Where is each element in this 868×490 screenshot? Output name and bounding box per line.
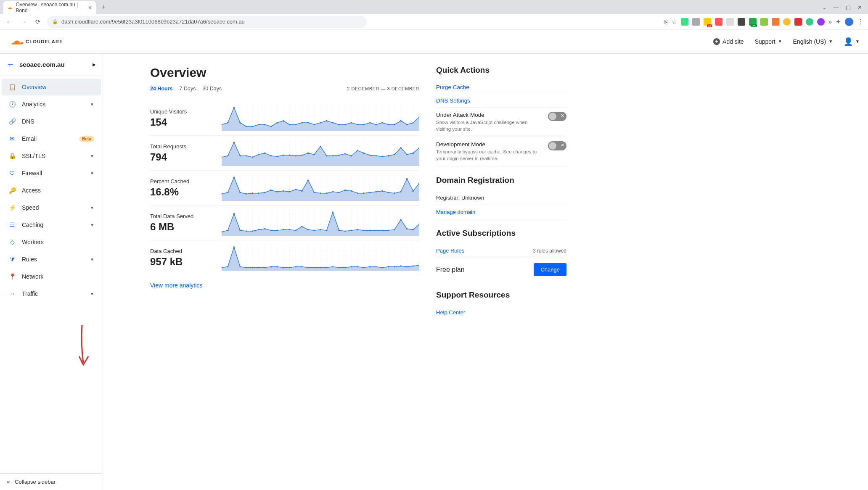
metric-percent-cached: Percent Cached 16.8% [150,171,419,205]
site-name: seoace.com.au [19,61,65,68]
ext-overflow-icon[interactable]: » [828,18,832,25]
nav-list: 📋 Overview 🕑 Analytics ▼🔗 DNS ✉ Email Be… [0,76,103,473]
svg-point-241 [283,229,284,231]
sidebar-item-caching[interactable]: ☰ Caching ▼ [2,216,101,233]
sidebar-item-workers[interactable]: ◇ Workers [2,234,101,250]
view-more-analytics-link[interactable]: View more analytics [150,282,202,289]
sidebar-item-dns[interactable]: 🔗 DNS [2,113,101,130]
sidebar-item-analytics[interactable]: 🕑 Analytics ▼ [2,96,101,113]
svg-point-324 [388,266,389,268]
cloudflare-logo[interactable]: CLOUDFLARE [8,37,63,46]
sidebar-item-overview[interactable]: 📋 Overview [2,79,101,95]
ext-icon-11[interactable] [794,18,802,26]
svg-point-247 [320,229,321,231]
ext-icon-5[interactable] [726,18,734,26]
svg-point-35 [233,107,235,108]
ext-icon-7[interactable]: 200 [749,18,757,26]
nav-label: Network [22,273,94,280]
metric-label: Percent Cached [150,178,222,184]
install-icon[interactable]: ⎘ [664,18,668,25]
hex-icon: ◇ [8,238,16,246]
ext-icon-6[interactable] [738,18,745,26]
sidebar-item-rules[interactable]: ⧩ Rules ▼ [2,251,101,268]
change-plan-button[interactable]: Change [534,263,566,276]
svg-point-308 [289,267,291,269]
metric-total-requests: Total Requests 794 [150,136,419,171]
svg-point-310 [301,266,303,268]
toggle-switch[interactable]: ✕ [548,141,566,150]
browser-tab[interactable]: Overview | seoace.com.au | Bond × [3,1,96,14]
registrar-line: Registrar: Unknown [436,191,566,205]
site-selector[interactable]: ← seoace.com.au ▶ [0,54,103,76]
language-dropdown[interactable]: English (US) ▼ [793,38,833,45]
forward-button[interactable]: → [19,17,29,27]
ext-icon-10[interactable] [783,18,791,26]
ext-icon-1[interactable] [681,18,688,26]
manage-domain-link[interactable]: Manage domain [436,209,475,215]
sidebar-item-traffic[interactable]: ↔ Traffic ▼ [2,285,101,302]
svg-point-130 [412,153,414,154]
collapse-sidebar-button[interactable]: « Collapse sidebar [0,473,103,490]
mode-development-mode: Development Mode Temporarily bypass our … [436,137,566,166]
mode-desc: Temporarily bypass our cache. See change… [436,149,543,162]
chrome-close-icon[interactable]: ✕ [857,4,862,11]
logo-text: CLOUDFLARE [26,39,63,44]
user-menu[interactable]: 👤 ▼ [844,37,860,46]
chevron-down-icon: ▼ [90,292,94,296]
date-range-label: 2 DECEMBER — 3 DECEMBER [347,86,419,91]
chrome-dropdown-icon[interactable]: ⌄ [822,4,827,11]
add-site-button[interactable]: + Add site [713,38,744,45]
toggle-switch[interactable]: ✕ [548,112,566,121]
range-tab-7days[interactable]: 7 Days [180,86,196,92]
shield-icon: 🛡 [8,169,16,177]
reload-button[interactable]: ⟳ [33,17,43,27]
quick-action-dns-settings[interactable]: DNS Settings [436,94,566,108]
svg-point-175 [283,190,284,192]
ext-icon-3[interactable]: 92 [704,18,711,26]
svg-point-44 [289,124,291,126]
support-dropdown[interactable]: Support ▼ [755,38,782,45]
svg-point-239 [270,229,272,231]
svg-point-245 [307,229,309,231]
range-tab-30days[interactable]: 30 Days [202,86,222,92]
profile-avatar-icon[interactable] [845,18,853,26]
tab-title: Overview | seoace.com.au | Bond [16,2,84,13]
sidebar-item-access[interactable]: 🔑 Access [2,182,101,199]
toggle-knob [549,113,556,120]
svg-point-253 [357,229,358,231]
svg-point-111 [295,155,296,157]
ext-icon-9[interactable] [772,18,779,26]
help-center-link[interactable]: Help Center [436,309,465,316]
ext-icon-12[interactable] [806,18,813,26]
sidebar-item-ssltls[interactable]: 🔒 SSL/TLS ▼ [2,148,101,164]
svg-point-107 [270,155,272,157]
svg-point-311 [307,267,309,269]
sidebar-item-email[interactable]: ✉ Email Beta [2,130,101,147]
nav-label: Rules [22,256,84,263]
svg-point-244 [301,226,303,227]
sidebar-item-speed[interactable]: ⚡ Speed ▼ [2,199,101,216]
svg-point-321 [369,266,371,268]
svg-point-189 [369,192,371,193]
back-button[interactable]: ← [4,17,14,27]
svg-point-102 [239,155,241,157]
sidebar-item-network[interactable]: 📍 Network [2,268,101,285]
chrome-menu-icon[interactable]: ⋮ [857,18,864,26]
address-bar[interactable]: 🔒 dash.cloudflare.com/9e56f23a3f0110068b… [47,16,367,28]
ext-icon-2[interactable] [692,18,700,26]
tab-close-icon[interactable]: × [88,4,92,11]
range-tab-24hours[interactable]: 24 Hours [150,86,173,92]
ext-icon-4[interactable] [715,18,722,26]
svg-point-172 [264,192,266,193]
chrome-maximize-icon[interactable]: ▢ [846,4,851,11]
svg-point-236 [252,230,254,232]
quick-action-purge-cache[interactable]: Purge Cache [436,81,566,94]
ext-icon-13[interactable] [817,18,825,26]
chrome-minimize-icon[interactable]: — [834,4,839,11]
new-tab-button[interactable]: + [98,2,109,13]
ext-icon-8[interactable] [760,18,768,26]
page-rules-link[interactable]: Page Rules [436,248,464,254]
sidebar-item-firewall[interactable]: 🛡 Firewall ▼ [2,165,101,182]
ext-puzzle-icon[interactable]: ✦ [836,18,841,26]
star-icon[interactable]: ☆ [672,18,677,25]
